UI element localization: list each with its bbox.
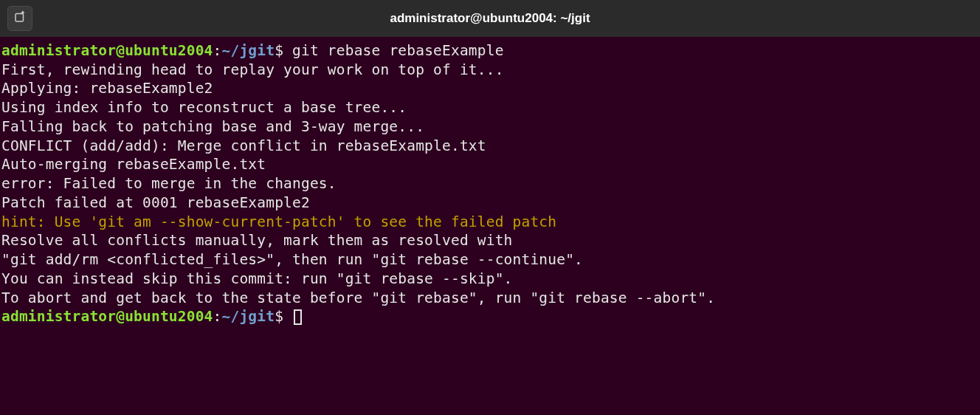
new-tab-icon xyxy=(13,10,27,27)
prompt-user-host: administrator@ubuntu2004 xyxy=(1,42,213,59)
output-line: "git add/rm <conflicted_files>", then ru… xyxy=(1,250,979,270)
prompt-path: ~/jgit xyxy=(222,42,275,59)
prompt-path: ~/jgit xyxy=(222,308,275,325)
output-line: Applying: rebaseExample2 xyxy=(1,79,979,98)
prompt-line-2: administrator@ubuntu2004:~/jgit$ xyxy=(1,307,979,326)
output-line: You can instead skip this commit: run "g… xyxy=(1,270,979,289)
titlebar: administrator@ubuntu2004: ~/jgit xyxy=(0,0,980,37)
window-title: administrator@ubuntu2004: ~/jgit xyxy=(390,11,590,26)
terminal-content[interactable]: administrator@ubuntu2004:~/jgit$ git reb… xyxy=(0,37,980,331)
prompt-line-1: administrator@ubuntu2004:~/jgit$ git reb… xyxy=(1,41,979,61)
output-line: Resolve all conflicts manually, mark the… xyxy=(1,231,979,250)
cursor xyxy=(294,309,302,325)
output-line: Falling back to patching base and 3-way … xyxy=(1,117,979,137)
new-tab-button[interactable] xyxy=(7,6,32,31)
output-line: error: Failed to merge in the changes. xyxy=(1,174,979,193)
output-line: Auto-merging rebaseExample.txt xyxy=(1,155,979,174)
output-line: CONFLICT (add/add): Merge conflict in re… xyxy=(1,137,979,156)
command-text: git rebase rebaseExample xyxy=(283,42,504,59)
svg-rect-0 xyxy=(15,14,24,22)
prompt-colon: : xyxy=(213,42,222,59)
output-line: To abort and get back to the state befor… xyxy=(1,289,979,308)
prompt-symbol: $ xyxy=(275,308,283,325)
output-line: First, rewinding head to replay your wor… xyxy=(1,61,979,80)
prompt-symbol: $ xyxy=(275,42,283,59)
output-line: Patch failed at 0001 rebaseExample2 xyxy=(1,193,979,213)
output-line: Using index info to reconstruct a base t… xyxy=(1,98,979,117)
prompt-colon: : xyxy=(213,308,222,325)
output-hint-line: hint: Use 'git am --show-current-patch' … xyxy=(1,213,979,232)
prompt-user-host: administrator@ubuntu2004 xyxy=(1,308,213,325)
